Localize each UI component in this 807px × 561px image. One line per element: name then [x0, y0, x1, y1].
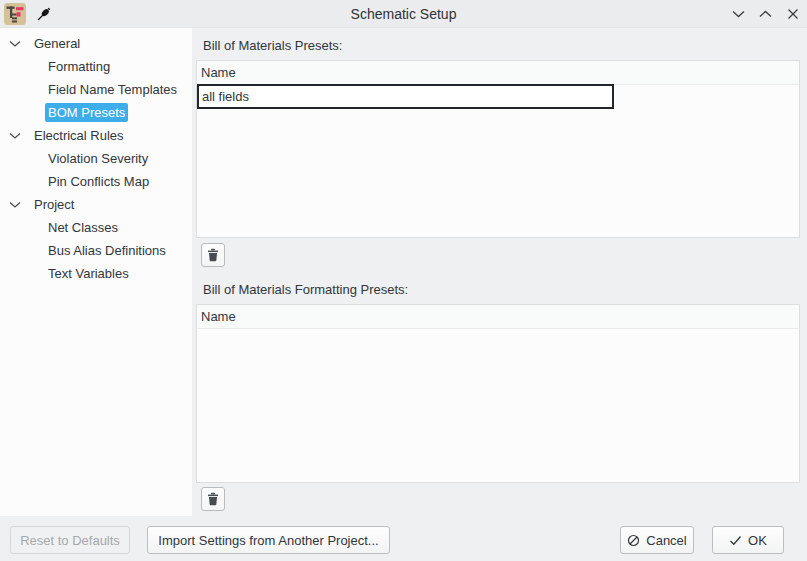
tree-item-label: Formatting	[45, 57, 113, 76]
bom-presets-label: Bill of Materials Presets:	[203, 38, 342, 54]
check-icon	[729, 535, 742, 546]
tree-item-label: Text Variables	[45, 264, 132, 283]
tree-group-electrical-rules[interactable]: Electrical Rules	[0, 124, 192, 147]
tree-item-net-classes[interactable]: Net Classes	[0, 216, 192, 239]
cancel-circle-icon	[627, 534, 640, 547]
tree-item-label: Project	[34, 197, 74, 212]
tree-item-field-name-templates[interactable]: Field Name Templates	[0, 78, 192, 101]
window-controls	[731, 0, 800, 28]
dialog-button-bar: Reset to Defaults Import Settings from A…	[0, 516, 807, 561]
settings-tree: General Formatting Field Name Templates …	[0, 28, 192, 516]
bom-presets-panel: Bill of Materials Presets: Name all fiel…	[192, 28, 807, 516]
delete-bom-preset-button[interactable]	[201, 243, 225, 267]
import-settings-label: Import Settings from Another Project...	[158, 533, 378, 548]
delete-bom-formatting-preset-button[interactable]	[201, 487, 225, 511]
close-icon[interactable]	[785, 7, 800, 22]
tree-item-violation-severity[interactable]: Violation Severity	[0, 147, 192, 170]
chevron-down-icon[interactable]	[9, 132, 21, 140]
kicad-schematic-icon[interactable]	[4, 3, 26, 25]
tree-item-label: Bus Alias Definitions	[45, 241, 169, 260]
chevron-down-icon[interactable]	[9, 40, 21, 48]
grid-column-header-name: Name	[197, 61, 799, 85]
ok-label: OK	[748, 533, 767, 548]
tree-item-label: Field Name Templates	[45, 80, 180, 99]
reset-to-defaults-label: Reset to Defaults	[20, 533, 120, 548]
trash-icon	[206, 492, 220, 506]
pin-icon[interactable]	[36, 6, 52, 22]
chevron-down-icon[interactable]	[9, 201, 21, 209]
tree-group-project[interactable]: Project	[0, 193, 192, 216]
chevron-up-icon[interactable]	[758, 7, 773, 22]
cancel-label: Cancel	[646, 533, 686, 548]
tree-item-label: Violation Severity	[45, 149, 151, 168]
ok-button[interactable]: OK	[712, 526, 784, 554]
bom-formatting-presets-grid[interactable]: Name	[196, 304, 800, 483]
reset-to-defaults-button[interactable]: Reset to Defaults	[10, 526, 130, 554]
cancel-button[interactable]: Cancel	[620, 526, 694, 554]
tree-item-label: Electrical Rules	[34, 128, 124, 143]
tree-group-general[interactable]: General	[0, 32, 192, 55]
bom-presets-grid[interactable]: Name all fields	[196, 60, 800, 238]
tree-item-formatting[interactable]: Formatting	[0, 55, 192, 78]
tree-item-bus-alias-definitions[interactable]: Bus Alias Definitions	[0, 239, 192, 262]
tree-item-bom-presets[interactable]: BOM Presets	[0, 101, 192, 124]
tree-item-label: BOM Presets	[45, 103, 128, 122]
chevron-down-icon[interactable]	[731, 7, 746, 22]
window-title: Schematic Setup	[0, 6, 807, 22]
trash-icon	[206, 248, 220, 262]
tree-item-label: Net Classes	[45, 218, 121, 237]
grid-column-header-name: Name	[197, 305, 799, 329]
tree-item-pin-conflicts-map[interactable]: Pin Conflicts Map	[0, 170, 192, 193]
bom-formatting-presets-label: Bill of Materials Formatting Presets:	[203, 282, 408, 298]
preset-name-cell-editor[interactable]: all fields	[197, 84, 614, 109]
tree-item-label: Pin Conflicts Map	[45, 172, 152, 191]
tree-item-text-variables[interactable]: Text Variables	[0, 262, 192, 285]
import-settings-button[interactable]: Import Settings from Another Project...	[147, 526, 390, 554]
tree-item-label: General	[34, 36, 80, 51]
titlebar: Schematic Setup	[0, 0, 807, 28]
